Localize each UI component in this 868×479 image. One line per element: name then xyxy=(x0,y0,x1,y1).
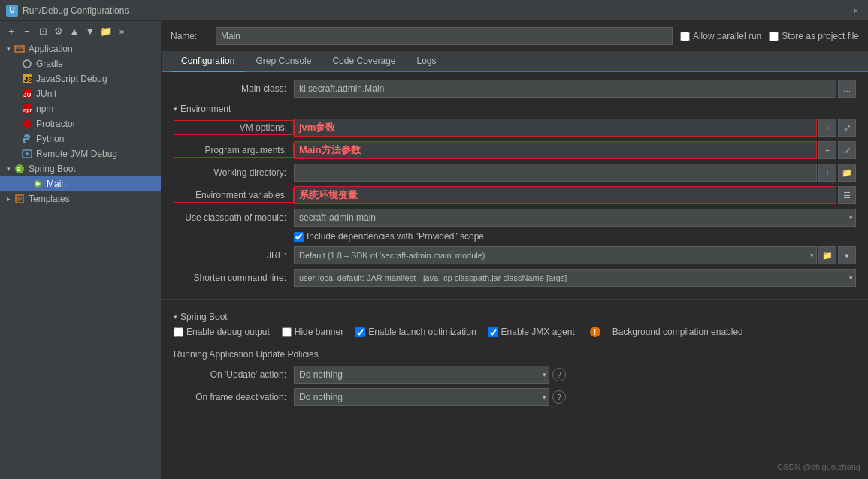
sidebar-toolbar: + − ⊡ ⚙ ▲ ▼ 📁 » xyxy=(0,21,161,41)
sidebar-item-junit[interactable]: JU JUnit xyxy=(0,86,161,101)
move-up-button[interactable]: ▲ xyxy=(68,24,81,38)
sidebar-item-npm[interactable]: npm npm xyxy=(0,101,161,116)
sidebar-item-main[interactable]: Main xyxy=(0,176,161,191)
working-dir-input[interactable] xyxy=(294,164,817,182)
sidebar-item-javascript-debug[interactable]: JS JavaScript Debug xyxy=(0,71,161,86)
vm-options-fullscreen-button[interactable]: ⤢ xyxy=(838,119,856,137)
more-button[interactable]: » xyxy=(115,24,129,38)
classpath-select-wrapper: secraft-admin.main ▾ xyxy=(294,209,856,227)
name-input[interactable] xyxy=(216,27,673,45)
folder-button[interactable]: 📁 xyxy=(99,24,113,38)
allow-parallel-run-label: Allow parallel run xyxy=(693,31,761,41)
spring-boot-section-header: ▾ Spring Boot xyxy=(174,312,856,322)
jre-row: JRE: Default (1.8 – SDK of 'secraft-admi… xyxy=(174,246,856,264)
store-as-project-label: Store as project file xyxy=(782,31,859,41)
on-update-select-wrapper: Do nothing Update classes and resources … xyxy=(294,366,549,384)
tab-logs[interactable]: Logs xyxy=(407,51,447,72)
spring-boot-icon: S xyxy=(14,163,26,175)
classpath-label: Use classpath of module: xyxy=(174,212,294,223)
enable-debug-label: Enable debug output xyxy=(186,327,270,337)
env-vars-label: Environment variables: xyxy=(174,188,294,203)
protractor-label: Protractor xyxy=(36,119,76,129)
main-layout: + − ⊡ ⚙ ▲ ▼ 📁 » ▾ Application xyxy=(0,21,868,479)
sidebar-item-spring-boot[interactable]: ▾ S Spring Boot xyxy=(0,161,161,176)
on-frame-deactivation-select[interactable]: Do nothing Update classes and resources xyxy=(294,388,549,406)
shorten-cmd-select-wrapper: user-local default: JAR manifest - java … xyxy=(294,269,856,287)
vm-options-expand-button[interactable]: + xyxy=(818,119,836,137)
sidebar-item-templates[interactable]: ▸ Templates xyxy=(0,191,161,206)
title-bar-text: Run/Debug Configurations xyxy=(23,5,129,16)
tree-arrow-spring-boot: ▾ xyxy=(3,164,14,174)
remote-jvm-label: Remote JVM Debug xyxy=(36,149,117,159)
classpath-select[interactable]: secraft-admin.main xyxy=(294,209,856,227)
npm-icon: npm xyxy=(21,103,33,115)
content-area: Name: Allow parallel run Store as projec… xyxy=(162,21,868,479)
main-label: Main xyxy=(47,179,66,189)
tab-grep-console[interactable]: Grep Console xyxy=(245,51,322,72)
include-deps-checkbox[interactable] xyxy=(294,232,304,242)
sidebar-item-application[interactable]: ▾ Application xyxy=(0,41,161,56)
tree-arrow-application: ▾ xyxy=(3,44,14,54)
on-update-select[interactable]: Do nothing Update classes and resources … xyxy=(294,366,549,384)
environment-section-title: Environment xyxy=(180,104,231,114)
update-policies-title: Running Application Update Policies xyxy=(174,349,856,360)
on-update-info-icon[interactable]: ? xyxy=(552,368,566,381)
svg-point-11 xyxy=(26,152,29,155)
gradle-icon xyxy=(21,58,33,70)
hide-banner-checkbox[interactable] xyxy=(282,327,292,337)
jre-browse-button[interactable]: 📁 xyxy=(818,246,836,264)
tab-code-coverage[interactable]: Code Coverage xyxy=(322,51,406,72)
watermark: CSDN @zhiguo.zheng xyxy=(777,462,860,471)
shorten-cmd-label: Shorten command line: xyxy=(174,273,294,283)
env-vars-edit-button[interactable]: ☰ xyxy=(838,186,856,204)
env-vars-input[interactable]: 系统环境变量 xyxy=(294,186,836,204)
enable-launch-checkbox[interactable] xyxy=(355,327,365,337)
jre-more-button[interactable]: ▾ xyxy=(838,246,856,264)
svg-rect-0 xyxy=(15,46,24,52)
program-args-input[interactable]: Main方法参数 xyxy=(294,141,817,159)
working-dir-add-button[interactable]: + xyxy=(818,164,836,182)
enable-debug-checkbox[interactable] xyxy=(174,327,183,337)
store-as-project-checkbox[interactable] xyxy=(769,32,779,41)
program-args-expand-button[interactable]: + xyxy=(818,141,836,159)
main-class-input[interactable] xyxy=(294,80,836,98)
background-compilation-label: Background compilation enabled xyxy=(612,327,743,337)
main-class-row: Main class: … xyxy=(174,80,856,98)
close-button[interactable]: × xyxy=(850,5,862,17)
settings-button[interactable]: ⚙ xyxy=(52,24,65,38)
jre-label: JRE: xyxy=(174,250,294,261)
sidebar-item-python[interactable]: Python xyxy=(0,131,161,146)
program-args-row: Program arguments: Main方法参数 + ⤢ xyxy=(174,141,856,159)
working-dir-browse-button[interactable]: 📁 xyxy=(838,164,856,182)
shorten-cmd-select[interactable]: user-local default: JAR manifest - java … xyxy=(294,269,856,287)
sidebar-item-protractor[interactable]: Protractor xyxy=(0,116,161,131)
sidebar-item-remote-jvm[interactable]: Remote JVM Debug xyxy=(0,146,161,161)
copy-config-button[interactable]: ⊡ xyxy=(36,24,50,38)
main-class-more-button[interactable]: … xyxy=(838,80,856,98)
sidebar-item-gradle[interactable]: Gradle xyxy=(0,56,161,71)
add-config-button[interactable]: + xyxy=(5,24,18,38)
working-dir-label: Working directory: xyxy=(174,167,294,178)
tree-arrow-templates: ▸ xyxy=(3,194,14,204)
svg-point-2 xyxy=(23,60,31,68)
tabs-bar: Configuration Grep Console Code Coverage… xyxy=(162,51,868,72)
config-section: Main class: … ▾ Environment VM options: … xyxy=(162,72,868,299)
hide-banner-group: Hide banner xyxy=(282,327,343,337)
environment-arrow[interactable]: ▾ xyxy=(174,105,177,113)
enable-jmx-checkbox[interactable] xyxy=(488,327,498,337)
env-vars-annotation: 系统环境变量 xyxy=(299,188,358,202)
jre-select[interactable]: Default (1.8 – SDK of 'secraft-admin.mai… xyxy=(294,246,817,264)
update-policies: Running Application Update Policies On '… xyxy=(162,343,868,417)
program-args-fullscreen-button[interactable]: ⤢ xyxy=(838,141,856,159)
on-frame-deactivation-info-icon[interactable]: ? xyxy=(552,390,566,404)
include-deps-group: Include dependencies with "Provided" sco… xyxy=(294,231,484,242)
move-down-button[interactable]: ▼ xyxy=(83,24,97,38)
protractor-icon xyxy=(21,118,33,130)
environment-section-header: ▾ Environment xyxy=(174,104,856,114)
vm-options-input[interactable]: jvm参数 xyxy=(294,119,817,137)
spring-boot-arrow[interactable]: ▾ xyxy=(174,313,177,321)
tab-configuration[interactable]: Configuration xyxy=(171,51,245,72)
jre-select-wrapper: Default (1.8 – SDK of 'secraft-admin.mai… xyxy=(294,246,817,264)
remove-config-button[interactable]: − xyxy=(20,24,34,38)
allow-parallel-run-checkbox[interactable] xyxy=(680,32,690,41)
